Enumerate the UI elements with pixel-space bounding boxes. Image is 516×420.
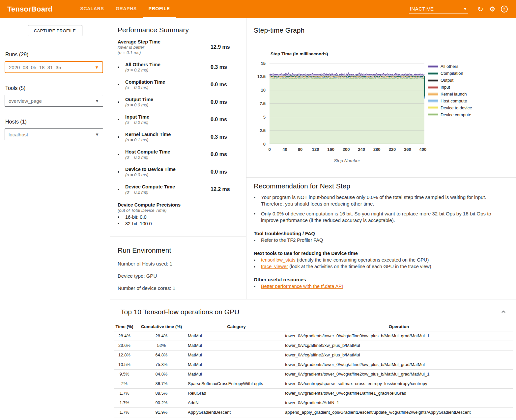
app-title: TensorBoard [7, 5, 52, 14]
metric-row: •Device Compute Time(σ = 0.2 ms)12.2 ms [118, 184, 240, 195]
svg-text:0: 0 [263, 142, 266, 147]
next-tools-header: Next tools to use for reducing the Devic… [254, 250, 507, 257]
metric-label: Average Step Time [118, 39, 211, 45]
column-header: Cumulative time (%) [135, 322, 188, 331]
precisions-subtext: (out of Total Device Time) [118, 208, 240, 213]
svg-text:80: 80 [298, 147, 302, 152]
top-ops-section: Top 10 TensorFlow operations on GPU Time… [110, 299, 516, 420]
tool-link[interactable]: trace_viewer [261, 264, 288, 269]
bullet: • [118, 82, 125, 87]
table-row: 12.8%64.8%MatMultower_0/v/cg/affine2/xw_… [114, 350, 513, 360]
step-time-graph-section: Step-time Graph 02.557.51012.51504080120… [246, 18, 516, 177]
svg-text:40: 40 [282, 147, 287, 152]
tools-label: Tools (5) [5, 85, 110, 91]
bullet: • [118, 169, 125, 175]
run-environment-section: Run Environment Number of Hosts used: 1D… [110, 237, 246, 291]
metric-label: All Others Time [125, 62, 211, 68]
bullet-item: •trace_viewer (look at the activities on… [254, 264, 507, 270]
table-cell: 52% [135, 341, 188, 350]
capture-profile-button[interactable]: CAPTURE PROFILE [28, 25, 82, 36]
metric-sigma: (σ = 0.0 ms) [125, 172, 211, 178]
bullet-item: •Only 0.0% of device computation is 16 b… [254, 210, 507, 224]
bullet-item: •tensorflow_stats (identify the time-con… [254, 257, 507, 263]
svg-text:5: 5 [263, 115, 266, 120]
metric-row: •Kernel Launch Time(σ = 0.1 ms)0.3 ms [118, 131, 240, 143]
legend-item[interactable]: Device compute [428, 111, 472, 118]
svg-text:Step Number: Step Number [334, 158, 360, 163]
table-cell: tower_0/v/gradients/tower_0/v/cg/affine1… [285, 388, 513, 398]
metric-value: 0.0 ms [211, 169, 227, 175]
legend-item[interactable]: Device to device [428, 104, 472, 111]
bullet-item: •Better performance with the tf.data API [254, 283, 507, 290]
metric-row: •Compilation Time(σ = 0.0 ms)0.0 ms [118, 79, 240, 90]
metric-label: Input Time [125, 114, 211, 120]
svg-text:10: 10 [261, 88, 266, 93]
bullet: • [118, 99, 125, 105]
runs-select[interactable]: 2020_03_05_18_31_35 ▼ [5, 61, 103, 73]
hosts-label: Hosts (1) [5, 119, 110, 125]
help-icon[interactable]: ? [498, 3, 510, 15]
legend-item[interactable]: Kernel launch [428, 91, 472, 98]
metric-sigma: (σ = 0.0 ms) [125, 155, 211, 160]
legend-swatch [428, 71, 438, 75]
table-cell: MatMul [188, 331, 285, 341]
svg-text:400: 400 [419, 147, 426, 152]
tools-select[interactable]: overview_page ▼ [5, 95, 103, 107]
bullet-item: •Your program is NOT input-bound because… [254, 194, 507, 207]
legend-item[interactable]: Output [428, 77, 472, 84]
tab-profile[interactable]: PROFILE [143, 0, 176, 18]
resource-link[interactable]: Better performance with the tf.data API [261, 284, 343, 289]
table-cell: tower_0/v/xentropy/sparse_softmax_cross_… [285, 379, 513, 388]
metric-label: Kernel Launch Time [125, 131, 211, 137]
svg-text:360: 360 [404, 147, 411, 152]
legend-label: Device to device [441, 105, 472, 110]
tab-graphs[interactable]: GRAPHS [110, 0, 143, 18]
svg-text:7.5: 7.5 [260, 101, 266, 106]
hosts-select[interactable]: localhost ▼ [5, 128, 103, 140]
legend-item[interactable]: Input [428, 84, 472, 91]
table-row: 9.5%84.8%MatMultower_0/v/gradients/tower… [114, 369, 513, 379]
next-tools-bullets: •tensorflow_stats (identify the time-con… [254, 257, 507, 270]
legend-label: Compilation [441, 71, 463, 76]
table-cell: 1.7% [114, 398, 135, 407]
collapse-chevron-up-icon[interactable] [501, 309, 506, 316]
metric-value: 0.0 ms [211, 99, 227, 105]
run-status-dropdown[interactable]: INACTIVE ▼ [409, 5, 468, 14]
app-header: TensorBoard SCALARS GRAPHS PROFILE INACT… [0, 0, 516, 18]
svg-text:320: 320 [388, 147, 396, 152]
tool-link[interactable]: tensorflow_stats [261, 257, 296, 263]
chevron-down-icon: ▼ [463, 7, 467, 11]
table-cell: 10.5% [114, 360, 135, 369]
table-cell: AddN [188, 398, 285, 407]
legend-item[interactable]: All others [428, 63, 472, 70]
table-cell: 86.7% [135, 379, 188, 388]
bullet: • [118, 152, 125, 157]
device-compute-precisions: Device Compute Precisions (out of Total … [118, 202, 240, 227]
legend-item[interactable]: Compilation [428, 70, 472, 77]
legend-item[interactable]: Host compute [428, 98, 472, 104]
tab-scalars[interactable]: SCALARS [74, 0, 110, 18]
legend-label: All others [441, 64, 458, 69]
settings-gear-icon[interactable]: ⚙ [486, 3, 498, 15]
legend-swatch [428, 85, 438, 89]
metric-value: 0.3 ms [211, 134, 227, 140]
table-cell: 12.8% [114, 350, 135, 360]
run-status-value: INACTIVE [410, 6, 434, 12]
table-cell: append_apply_gradient_ops/GradientDescen… [285, 407, 513, 417]
metric-sigma: (σ = 0.0 ms) [125, 85, 211, 90]
table-cell: tower_0/v/gradients/tower_0/v/cg/affine2… [285, 360, 513, 369]
table-cell: tower_0/v/cg/affine0/xw_plus_b/MatMul [285, 341, 513, 350]
table-cell: 1.7% [114, 388, 135, 398]
table-cell: 84.8% [135, 369, 188, 379]
step-time-graph-title: Step-time Graph [254, 26, 516, 34]
recommendation-section: Recommendation for Next Step •Your progr… [246, 177, 516, 299]
main-content: Performance Summary Average Step Time lo… [110, 18, 516, 420]
column-header: Category [188, 322, 285, 331]
refresh-icon[interactable]: ↻ [474, 3, 486, 15]
column-header: Operation [285, 322, 513, 331]
metric-label: Device Compute Time [125, 184, 211, 190]
svg-text:15: 15 [261, 61, 266, 66]
table-cell: 28.4% [114, 331, 135, 341]
metric-sigma: (σ = 0.1 ms) [125, 137, 211, 143]
svg-text:2.5: 2.5 [260, 128, 266, 133]
